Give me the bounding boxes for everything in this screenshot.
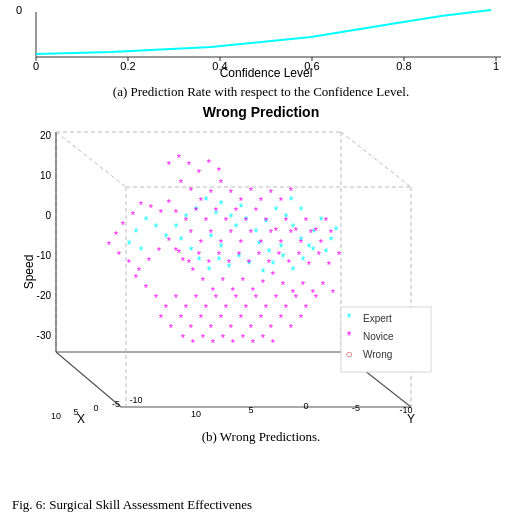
svg-text:*: * bbox=[201, 275, 206, 287]
svg-text:*: * bbox=[187, 159, 192, 171]
svg-text:5: 5 bbox=[73, 407, 78, 417]
svg-text:*: * bbox=[224, 215, 229, 227]
svg-text:*: * bbox=[281, 279, 286, 291]
svg-text:*: * bbox=[127, 257, 132, 269]
svg-text:*: * bbox=[249, 322, 254, 334]
svg-text:*: * bbox=[314, 292, 319, 304]
svg-text:*: * bbox=[179, 177, 184, 189]
svg-text:*: * bbox=[214, 292, 219, 304]
svg-text:*: * bbox=[221, 275, 226, 287]
svg-text:*: * bbox=[249, 227, 254, 239]
svg-text:*: * bbox=[139, 199, 144, 211]
svg-text:*: * bbox=[247, 257, 252, 269]
svg-text:*: * bbox=[299, 312, 304, 324]
svg-text:*: * bbox=[179, 234, 184, 248]
svg-text:*: * bbox=[179, 312, 184, 324]
svg-text:*: * bbox=[281, 251, 286, 265]
svg-text:*: * bbox=[169, 322, 174, 334]
svg-text:*: * bbox=[184, 302, 189, 314]
svg-text:*: * bbox=[191, 265, 196, 277]
svg-text:*: * bbox=[227, 257, 232, 269]
svg-text:*: * bbox=[127, 238, 132, 252]
svg-text:-10: -10 bbox=[37, 250, 52, 261]
svg-text:*: * bbox=[114, 229, 119, 241]
svg-text:*: * bbox=[279, 312, 284, 324]
svg-text:*: * bbox=[261, 277, 266, 289]
scatter-container: Wrong Prediction Speed 20 10 0 -10 -20 -… bbox=[21, 97, 501, 427]
svg-text:*: * bbox=[234, 205, 239, 217]
svg-text:*: * bbox=[289, 322, 294, 334]
svg-text:*: * bbox=[164, 302, 169, 314]
svg-text:-10: -10 bbox=[399, 405, 412, 415]
svg-text:-5: -5 bbox=[112, 399, 120, 409]
svg-text:*: * bbox=[197, 167, 202, 179]
svg-text:*: * bbox=[329, 227, 334, 239]
svg-text:0: 0 bbox=[33, 60, 39, 72]
svg-text:*: * bbox=[181, 255, 186, 267]
svg-text:*: * bbox=[149, 202, 154, 214]
svg-text:*: * bbox=[264, 302, 269, 314]
svg-text:*: * bbox=[204, 302, 209, 314]
svg-text:*: * bbox=[301, 254, 306, 268]
bottom-chart-area: Wrong Prediction Speed 20 10 0 -10 -20 -… bbox=[10, 97, 512, 492]
caption-b: (b) Wrong Predictions. bbox=[202, 429, 321, 445]
svg-text:*: * bbox=[187, 257, 192, 269]
svg-text:*: * bbox=[139, 244, 144, 258]
svg-text:*: * bbox=[284, 302, 289, 314]
svg-text:*: * bbox=[177, 152, 182, 164]
svg-text:*: * bbox=[321, 279, 326, 291]
svg-text:*: * bbox=[269, 227, 274, 239]
svg-text:-10: -10 bbox=[129, 395, 142, 405]
svg-text:*: * bbox=[199, 237, 204, 249]
svg-text:*: * bbox=[331, 287, 336, 299]
svg-text:*: * bbox=[207, 157, 212, 169]
svg-text:○: ○ bbox=[345, 347, 352, 361]
svg-text:*: * bbox=[177, 247, 182, 259]
svg-text:*: * bbox=[157, 245, 162, 257]
svg-text:*: * bbox=[279, 195, 284, 207]
svg-text:*: * bbox=[239, 312, 244, 324]
page-container: 0 0 0.2 0.4 0.6 0.8 1 Confidence Level (… bbox=[0, 0, 522, 514]
svg-text:*: * bbox=[301, 279, 306, 291]
svg-text:*: * bbox=[209, 322, 214, 334]
svg-text:*: * bbox=[304, 302, 309, 314]
svg-text:*: * bbox=[347, 329, 352, 343]
svg-text:*: * bbox=[324, 246, 329, 260]
svg-text:*: * bbox=[194, 292, 199, 304]
svg-text:*: * bbox=[319, 237, 324, 249]
svg-text:*: * bbox=[294, 225, 299, 237]
svg-text:*: * bbox=[291, 264, 296, 278]
svg-text:*: * bbox=[334, 224, 339, 238]
svg-text:Novice: Novice bbox=[363, 331, 394, 342]
svg-text:*: * bbox=[209, 187, 214, 199]
svg-text:*: * bbox=[219, 312, 224, 324]
svg-text:0: 0 bbox=[45, 210, 51, 221]
svg-text:*: * bbox=[289, 185, 294, 197]
svg-text:*: * bbox=[259, 237, 264, 249]
svg-text:*: * bbox=[284, 215, 289, 227]
svg-text:*: * bbox=[239, 237, 244, 249]
svg-text:*: * bbox=[229, 322, 234, 334]
svg-text:*: * bbox=[269, 322, 274, 334]
svg-text:*: * bbox=[279, 237, 284, 249]
svg-text:*: * bbox=[324, 215, 329, 227]
top-chart-svg: 0 0 0.2 0.4 0.6 0.8 1 Confidence Level bbox=[10, 2, 512, 77]
svg-text:-20: -20 bbox=[37, 290, 52, 301]
svg-text:Wrong Prediction: Wrong Prediction bbox=[203, 104, 319, 120]
svg-text:*: * bbox=[189, 185, 194, 197]
svg-text:0.8: 0.8 bbox=[396, 60, 411, 72]
svg-text:*: * bbox=[209, 227, 214, 239]
fig-caption: Fig. 6: Surgical Skill Assessment Effect… bbox=[10, 496, 512, 514]
svg-text:*: * bbox=[219, 198, 224, 212]
svg-text:*: * bbox=[189, 244, 194, 258]
svg-text:*: * bbox=[229, 187, 234, 199]
svg-text:*: * bbox=[299, 237, 304, 249]
svg-text:*: * bbox=[249, 185, 254, 197]
svg-text:*: * bbox=[167, 159, 172, 171]
svg-text:*: * bbox=[337, 249, 342, 261]
svg-text:*: * bbox=[259, 195, 264, 207]
svg-text:*: * bbox=[274, 225, 279, 237]
svg-text:Expert: Expert bbox=[363, 313, 392, 324]
svg-text:10: 10 bbox=[51, 411, 61, 421]
svg-text:*: * bbox=[271, 269, 276, 281]
